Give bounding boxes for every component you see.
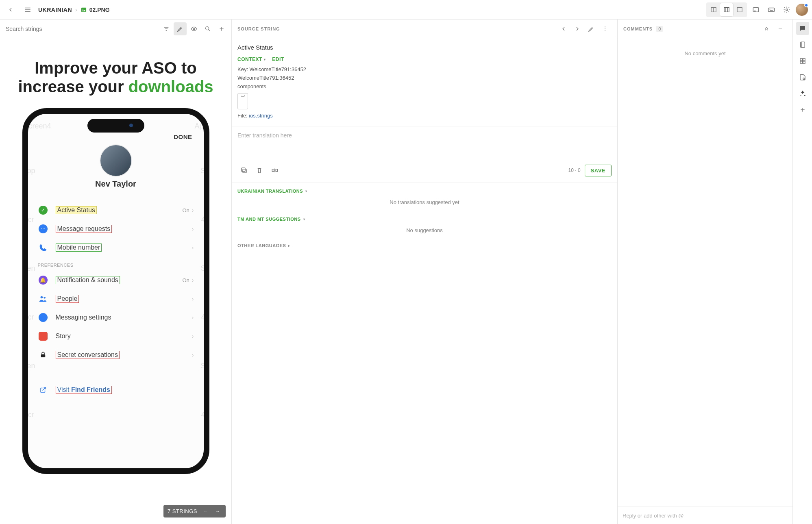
keyboard-icon[interactable] bbox=[765, 3, 778, 16]
source-string-title: SOURCE STRING bbox=[237, 26, 280, 31]
chevron-down-icon: ▾ bbox=[305, 189, 307, 193]
rail-glossary-icon[interactable] bbox=[796, 38, 809, 51]
item-messaging-settings[interactable]: Messaging settings › bbox=[38, 308, 194, 327]
profile-avatar bbox=[100, 144, 132, 177]
source-string-text: Active Status bbox=[232, 38, 617, 57]
breadcrumb-file[interactable]: 02.PNG bbox=[81, 7, 110, 13]
preferences-label: PREFERENCES bbox=[38, 263, 194, 267]
search-input[interactable] bbox=[3, 23, 160, 35]
copy-source-icon[interactable] bbox=[237, 164, 250, 177]
screenshot-thumb[interactable] bbox=[237, 93, 248, 109]
screenshot-icon[interactable] bbox=[749, 3, 762, 16]
message-icon: ⋯ bbox=[38, 224, 48, 234]
layout-full-icon[interactable] bbox=[733, 3, 746, 16]
done-button[interactable]: DONE bbox=[38, 125, 194, 144]
svg-point-13 bbox=[605, 26, 605, 27]
item-mobile-number[interactable]: Mobile number › bbox=[38, 238, 194, 257]
svg-rect-24 bbox=[803, 61, 805, 63]
top-bar: UKRAINIAN › 02.PNG bbox=[0, 0, 812, 20]
strings-badge: 7 STRINGS ← → bbox=[163, 505, 226, 517]
rail-comments-icon[interactable] bbox=[796, 22, 809, 35]
breadcrumb-language[interactable]: UKRAINIAN bbox=[38, 7, 72, 13]
more-icon[interactable] bbox=[599, 22, 612, 35]
layout-three-icon[interactable] bbox=[720, 3, 733, 16]
insert-placeholder-icon[interactable] bbox=[268, 164, 281, 177]
next-string-icon[interactable]: → bbox=[213, 508, 222, 514]
string-meta: Key: WelcomeTitle791:36452 WelcomeTitle7… bbox=[232, 62, 617, 126]
context-dropdown[interactable]: CONTEXT ▾ bbox=[237, 57, 266, 62]
char-counter: 10 · 0 bbox=[568, 167, 581, 173]
svg-point-25 bbox=[803, 78, 805, 80]
add-icon[interactable] bbox=[215, 22, 228, 35]
svg-point-14 bbox=[605, 28, 605, 29]
right-rail bbox=[792, 20, 812, 524]
editor-panel: SOURCE STRING Active Status CONTEXT ▾ ED… bbox=[232, 20, 618, 524]
item-story[interactable]: Story › bbox=[38, 327, 194, 346]
collapse-icon[interactable] bbox=[774, 22, 787, 35]
breadcrumb-sep-icon: › bbox=[75, 7, 77, 13]
rail-add-icon[interactable] bbox=[796, 103, 809, 116]
preview-area: Improve your ASO to increase your downlo… bbox=[0, 38, 231, 524]
profile-block: Nev Taylor bbox=[38, 144, 194, 189]
left-panel: Improve your ASO to increase your downlo… bbox=[0, 20, 232, 524]
translation-input[interactable] bbox=[237, 132, 612, 157]
svg-point-1 bbox=[83, 9, 83, 9]
topbar-right bbox=[706, 2, 808, 17]
no-comments: No comments yet bbox=[618, 38, 792, 507]
layout-split-icon[interactable] bbox=[707, 3, 720, 16]
comments-panel: COMMENTS 0 No comments yet bbox=[618, 20, 792, 524]
no-translations: No translations suggested yet bbox=[232, 199, 617, 211]
strings-count: 7 STRINGS bbox=[168, 508, 197, 514]
chevron-right-icon: › bbox=[192, 296, 194, 302]
chat-icon bbox=[38, 312, 48, 323]
svg-point-26 bbox=[804, 95, 805, 96]
user-avatar[interactable] bbox=[796, 4, 808, 16]
svg-rect-16 bbox=[243, 169, 246, 173]
tm-section[interactable]: TM AND MT SUGGESTIONS ▾ bbox=[232, 211, 617, 227]
reply-input[interactable] bbox=[623, 513, 788, 519]
prev-button[interactable] bbox=[557, 22, 570, 35]
item-secret[interactable]: Secret conversations › bbox=[38, 346, 194, 364]
comments-title: COMMENTS bbox=[623, 26, 653, 31]
item-find-friends[interactable]: Visit Find Friends bbox=[38, 380, 194, 399]
menu-button[interactable] bbox=[21, 3, 34, 16]
lock-icon bbox=[38, 350, 48, 360]
item-notification[interactable]: 🔔 Notification & sounds On› bbox=[38, 271, 194, 289]
edit-source-icon[interactable] bbox=[585, 22, 598, 35]
chevron-right-icon: ▸ bbox=[288, 244, 290, 248]
rail-file-icon[interactable] bbox=[796, 71, 809, 84]
chevron-right-icon: › bbox=[192, 277, 194, 283]
translations-section[interactable]: UKRAINIAN TRANSLATIONS ▾ bbox=[232, 183, 617, 199]
zoom-icon[interactable] bbox=[201, 22, 214, 35]
svg-rect-20 bbox=[800, 42, 805, 48]
other-languages-section[interactable]: OTHER LANGUAGES ▸ bbox=[232, 239, 617, 252]
svg-rect-17 bbox=[242, 168, 245, 172]
svg-rect-12 bbox=[41, 354, 45, 358]
item-message-requests[interactable]: ⋯ Message requests › bbox=[38, 220, 194, 238]
preview-icon[interactable] bbox=[187, 22, 200, 35]
edit-mode-icon[interactable] bbox=[174, 22, 187, 35]
next-button[interactable] bbox=[571, 22, 584, 35]
filter-icon[interactable] bbox=[160, 22, 173, 35]
svg-rect-4 bbox=[737, 7, 742, 12]
delete-icon[interactable] bbox=[253, 164, 266, 177]
edit-context-button[interactable]: EDIT bbox=[272, 57, 284, 62]
chevron-right-icon: › bbox=[192, 352, 194, 358]
pin-icon[interactable] bbox=[760, 22, 773, 35]
rail-tm-icon[interactable] bbox=[796, 54, 809, 67]
back-button[interactable] bbox=[4, 3, 17, 16]
file-link[interactable]: ios.strings bbox=[249, 113, 273, 119]
prev-string-icon[interactable]: ← bbox=[201, 508, 209, 514]
chevron-right-icon: › bbox=[192, 207, 194, 213]
rail-ai-icon[interactable] bbox=[796, 87, 809, 100]
item-active-status[interactable]: ✓ Active Status On› bbox=[38, 201, 194, 220]
settings-icon[interactable] bbox=[780, 3, 793, 16]
save-button[interactable]: SAVE bbox=[585, 165, 612, 176]
svg-rect-5 bbox=[753, 7, 759, 12]
item-people[interactable]: People › bbox=[38, 289, 194, 308]
svg-point-11 bbox=[44, 297, 46, 299]
chevron-down-icon: ▾ bbox=[264, 58, 266, 61]
svg-point-10 bbox=[40, 296, 43, 299]
comments-count: 0 bbox=[656, 26, 663, 32]
svg-rect-3 bbox=[724, 7, 729, 12]
